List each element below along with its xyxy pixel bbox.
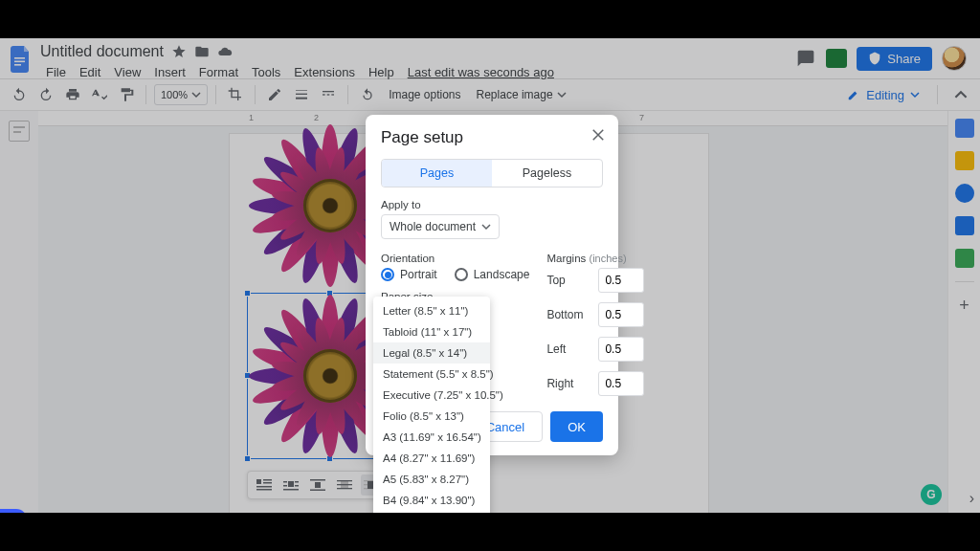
wrap-inline-icon[interactable] <box>254 474 275 496</box>
spellcheck-button[interactable] <box>88 83 111 106</box>
mode-switch[interactable]: Editing <box>841 88 925 102</box>
docs-logo[interactable] <box>8 42 34 77</box>
keep-icon[interactable] <box>955 151 974 170</box>
paper-size-option[interactable]: A3 (11.69" x 16.54") <box>373 427 490 448</box>
selection-handle[interactable] <box>244 455 251 462</box>
svg-rect-12 <box>263 482 272 484</box>
svg-rect-17 <box>295 481 299 483</box>
grammarly-icon[interactable]: G <box>921 484 942 505</box>
svg-rect-0 <box>14 57 25 59</box>
border-weight-button[interactable] <box>290 83 313 106</box>
redo-button[interactable] <box>34 83 57 106</box>
star-icon[interactable] <box>171 44 187 59</box>
apply-to-select[interactable]: Whole document <box>381 214 500 239</box>
crop-button[interactable] <box>224 83 247 106</box>
svg-rect-18 <box>283 485 287 487</box>
paper-size-option[interactable]: B4 (9.84" x 13.90") <box>373 490 490 511</box>
margin-left-input[interactable] <box>598 337 644 362</box>
tab-pages[interactable]: Pages <box>382 160 492 187</box>
paper-size-option[interactable]: Executive (7.25" x 10.5") <box>373 385 490 406</box>
move-icon[interactable] <box>194 44 210 59</box>
undo-button[interactable] <box>8 83 31 106</box>
last-edit-link[interactable]: Last edit was seconds ago <box>402 62 560 82</box>
apply-to-label: Apply to <box>381 199 603 210</box>
menu-edit[interactable]: Edit <box>74 62 106 82</box>
svg-rect-13 <box>256 486 272 488</box>
svg-rect-6 <box>323 91 334 92</box>
orientation-landscape-radio[interactable]: Landscape <box>455 268 530 281</box>
doc-title[interactable]: Untitled document <box>40 43 164 60</box>
ruler-tick: 1 <box>249 113 254 122</box>
contacts-icon[interactable] <box>955 216 974 235</box>
replace-image-button[interactable]: Replace image <box>471 83 572 106</box>
maps-icon[interactable] <box>955 249 974 268</box>
hide-sidepanel-icon[interactable]: › <box>969 490 974 507</box>
svg-rect-16 <box>283 481 287 483</box>
zoom-select[interactable]: 100% <box>154 84 208 105</box>
menu-format[interactable]: Format <box>193 62 244 82</box>
wrap-break-icon[interactable] <box>307 474 328 496</box>
share-label: Share <box>887 52 921 66</box>
image-options-button[interactable]: Image options <box>383 83 466 106</box>
share-button[interactable]: Share <box>857 47 932 71</box>
paint-format-button[interactable] <box>115 83 138 106</box>
margin-bottom-input[interactable] <box>598 302 644 327</box>
paper-size-option[interactable]: Legal (8.5" x 14") <box>373 342 490 364</box>
svg-rect-27 <box>337 488 352 489</box>
menu-extensions[interactable]: Extensions <box>288 62 361 82</box>
collapse-toolbar-button[interactable] <box>949 83 972 106</box>
svg-rect-9 <box>331 94 334 95</box>
mode-label: Editing <box>866 88 904 102</box>
paper-size-option[interactable]: Letter (8.5" x 11") <box>373 300 490 321</box>
margin-bottom-label: Bottom <box>546 308 589 321</box>
tasks-icon[interactable] <box>955 184 974 203</box>
addons-plus-icon[interactable]: + <box>959 296 969 316</box>
print-button[interactable] <box>61 83 84 106</box>
letterbox-top <box>0 0 980 38</box>
svg-rect-25 <box>337 480 352 481</box>
margin-top-input[interactable] <box>598 268 644 293</box>
paper-size-option[interactable]: Folio (8.5" x 13") <box>373 406 490 427</box>
svg-rect-14 <box>256 489 272 491</box>
margin-right-input[interactable] <box>598 371 644 396</box>
paper-size-option[interactable]: A5 (5.83" x 8.27") <box>373 469 490 490</box>
paper-size-option[interactable]: Tabloid (11" x 17") <box>373 321 490 342</box>
meet-icon[interactable] <box>826 48 847 69</box>
paper-size-option[interactable]: Statement (5.5" x 8.5") <box>373 364 490 385</box>
svg-rect-22 <box>315 482 321 488</box>
margin-top-label: Top <box>546 274 589 287</box>
rotate-button[interactable] <box>356 83 379 106</box>
orientation-label: Orientation <box>381 253 529 264</box>
wrap-text-icon[interactable] <box>280 474 301 496</box>
svg-rect-3 <box>296 90 307 91</box>
zoom-value: 100% <box>161 89 188 100</box>
menu-view[interactable]: View <box>108 62 146 82</box>
svg-rect-7 <box>323 94 325 95</box>
border-color-button[interactable] <box>263 83 286 106</box>
svg-rect-23 <box>310 490 325 492</box>
svg-rect-1 <box>14 61 25 63</box>
orientation-portrait-radio[interactable]: Portrait <box>381 268 437 281</box>
close-icon[interactable] <box>590 126 607 143</box>
header: Untitled document FileEditViewInsertForm… <box>0 38 980 78</box>
cloud-status-icon[interactable] <box>217 44 233 59</box>
tab-pageless[interactable]: Pageless <box>492 160 602 187</box>
svg-rect-15 <box>288 481 294 487</box>
svg-rect-10 <box>256 479 261 484</box>
menu-tools[interactable]: Tools <box>246 62 286 82</box>
google-docs-app: Untitled document FileEditViewInsertForm… <box>0 38 980 513</box>
menu-help[interactable]: Help <box>363 62 400 82</box>
paper-size-option[interactable]: A4 (8.27" x 11.69") <box>373 448 490 469</box>
paper-size-dropdown: Letter (8.5" x 11")Tabloid (11" x 17")Le… <box>373 297 490 536</box>
selection-handle[interactable] <box>244 290 251 297</box>
comment-history-icon[interactable] <box>795 48 816 69</box>
calendar-icon[interactable] <box>955 119 974 138</box>
menu-insert[interactable]: Insert <box>148 62 191 82</box>
menu-file[interactable]: File <box>40 62 72 82</box>
outline-icon[interactable] <box>9 121 30 142</box>
border-dash-button[interactable] <box>317 83 340 106</box>
ok-button[interactable]: OK <box>550 411 603 442</box>
account-avatar[interactable] <box>942 46 967 71</box>
wrap-behind-icon[interactable] <box>334 474 355 496</box>
margin-left-label: Left <box>546 342 589 356</box>
